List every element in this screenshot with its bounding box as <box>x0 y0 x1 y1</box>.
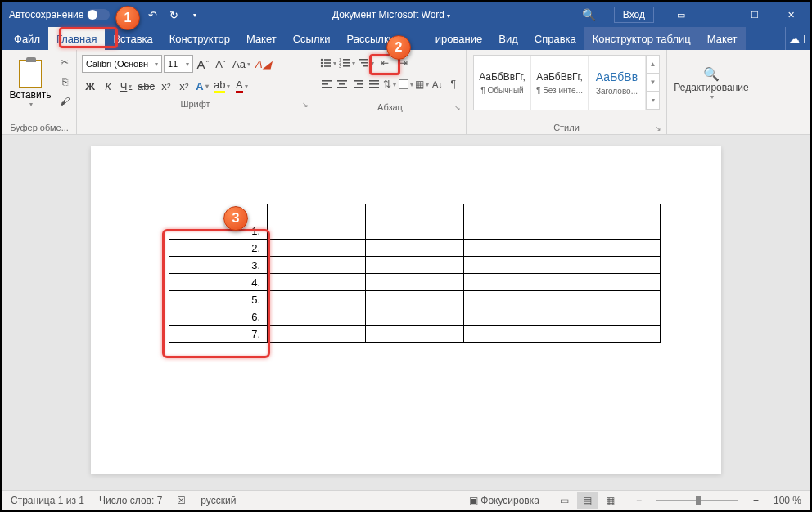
tab-help[interactable]: Справка <box>526 27 584 50</box>
group-styles: АаБбВвГг, ¶ Обычный АаБбВвГг, ¶ Без инте… <box>467 50 667 134</box>
group-font: Calibri (Основн▾ 11▾ A˄ A˅ Aa▾ A◢ Ж К Ч▾… <box>77 50 314 134</box>
shrink-font-icon[interactable]: A˅ <box>213 56 229 72</box>
ribbon-options-icon[interactable]: ▭ <box>662 2 699 27</box>
tab-design[interactable]: Конструктор <box>161 27 238 50</box>
svg-rect-26 <box>369 87 379 88</box>
svg-rect-14 <box>363 65 368 67</box>
group-label-font: Шрифт↘ <box>80 97 310 110</box>
callout-3: 3 <box>223 206 248 231</box>
spellcheck-icon[interactable]: ☒ <box>177 495 186 506</box>
align-left-icon[interactable] <box>319 76 334 92</box>
language-indicator[interactable]: русский <box>201 495 236 506</box>
tab-table-layout[interactable]: Макет <box>699 27 746 50</box>
styles-gallery[interactable]: АаБбВвГг, ¶ Обычный АаБбВвГг, ¶ Без инте… <box>473 55 660 110</box>
style-normal[interactable]: АаБбВвГг, ¶ Обычный <box>474 56 531 110</box>
gallery-up-icon[interactable]: ▲ <box>647 56 659 74</box>
tab-file[interactable]: Файл <box>6 27 48 50</box>
chevron-down-icon: ▾ <box>29 101 33 108</box>
autosave-toggle[interactable]: Автосохранение <box>2 9 116 20</box>
sort-icon[interactable]: A↓ <box>430 76 444 92</box>
bullets-button[interactable]: ▾ <box>319 55 337 71</box>
paste-button[interactable]: Вставить ▾ <box>6 52 55 115</box>
read-mode-icon[interactable]: ▭ <box>554 492 575 509</box>
close-icon[interactable]: ✕ <box>773 2 810 27</box>
table-row: 3. <box>169 257 661 274</box>
format-painter-icon[interactable]: 🖌 <box>56 94 73 109</box>
change-case-button[interactable]: Aa▾ <box>231 56 252 72</box>
qat-dropdown-icon[interactable]: ▾ <box>185 5 205 25</box>
multilevel-button[interactable]: ▾ <box>357 55 375 71</box>
align-center-icon[interactable] <box>335 76 350 92</box>
gallery-down-icon[interactable]: ▼ <box>647 74 659 92</box>
tab-review-partial[interactable]: ирование <box>403 27 490 50</box>
undo-icon[interactable]: ↶ <box>142 5 162 25</box>
tab-table-design[interactable]: Конструктор таблиц <box>584 27 699 50</box>
search-icon[interactable]: 🔍 <box>573 8 606 21</box>
subscript-button[interactable]: x2 <box>158 78 174 94</box>
clear-formatting-icon[interactable]: A◢ <box>254 56 273 72</box>
numbering-button[interactable]: 123▾ <box>338 55 356 71</box>
svg-text:3: 3 <box>339 64 341 69</box>
pilcrow-icon[interactable]: ¶ <box>446 76 461 92</box>
maximize-icon[interactable]: ☐ <box>736 2 773 27</box>
web-layout-icon[interactable]: ▦ <box>600 492 621 509</box>
underline-button[interactable]: Ч▾ <box>118 78 134 94</box>
redo-icon[interactable]: ↻ <box>164 5 183 25</box>
copy-icon[interactable]: ⎘ <box>56 74 73 89</box>
tab-home[interactable]: Главная <box>48 27 105 50</box>
bold-button[interactable]: Ж <box>82 78 98 94</box>
login-button[interactable]: Вход <box>614 7 654 23</box>
cut-icon[interactable]: ✂ <box>56 55 73 70</box>
style-nospacing[interactable]: АаБбВвГг, ¶ Без инте... <box>531 56 589 110</box>
search-icon: 🔍 <box>703 66 720 82</box>
page-indicator[interactable]: Страница 1 из 1 <box>11 495 84 506</box>
launcher-icon[interactable]: ↘ <box>302 101 309 109</box>
autosave-label: Автосохранение <box>9 9 83 20</box>
gallery-more-icon[interactable]: ▾ <box>647 92 659 110</box>
callout-1: 1 <box>115 6 140 30</box>
align-right-icon[interactable] <box>351 76 366 92</box>
font-size-combo[interactable]: 11▾ <box>164 55 193 73</box>
tab-layout[interactable]: Макет <box>238 27 285 50</box>
group-editing: 🔍 Редактирование ▾ <box>667 50 756 134</box>
zoom-level[interactable]: 100 % <box>774 495 801 506</box>
print-layout-icon[interactable]: ▤ <box>577 492 598 509</box>
highlight-button[interactable]: ab▾ <box>212 78 232 94</box>
editing-button[interactable]: 🔍 Редактирование ▾ <box>670 52 752 115</box>
svg-rect-17 <box>322 87 332 88</box>
borders-button[interactable]: ▦▾ <box>414 76 429 92</box>
font-color-button[interactable]: A▾ <box>233 78 250 94</box>
page: 1. 2. 3. 4. 5. 6. 7. <box>91 146 721 474</box>
group-label-paragraph: Абзац↘ <box>318 101 462 114</box>
strike-button[interactable]: abc <box>136 78 156 94</box>
minimize-icon[interactable]: — <box>699 2 736 27</box>
group-paragraph: ▾ 123▾ ▾ ⇤ ⇥ ⇅▾ ▾ ▦▾ A↓ ¶ <box>314 50 467 134</box>
group-label-styles: Стили↘ <box>470 121 663 134</box>
text-effects-button[interactable]: A▾ <box>194 78 210 94</box>
focus-mode[interactable]: ▣ Фокусировка <box>469 495 539 506</box>
grow-font-icon[interactable]: A˄ <box>195 56 211 72</box>
table-row: 6. <box>169 308 661 326</box>
svg-rect-7 <box>343 59 350 61</box>
zoom-in-icon[interactable]: + <box>753 495 759 506</box>
zoom-out-icon[interactable]: − <box>636 495 642 506</box>
tab-insert[interactable]: Вставка <box>105 27 160 50</box>
tab-references[interactable]: Ссылки <box>285 27 339 50</box>
launcher-icon[interactable]: ↘ <box>655 124 661 132</box>
svg-point-4 <box>321 65 323 67</box>
zoom-slider[interactable] <box>656 500 738 501</box>
tab-view[interactable]: Вид <box>490 27 526 50</box>
document-area[interactable]: 1. 2. 3. 4. 5. 6. 7. <box>2 135 810 490</box>
svg-rect-22 <box>357 83 363 85</box>
svg-rect-3 <box>324 62 331 64</box>
font-name-combo[interactable]: Calibri (Основн▾ <box>82 55 162 73</box>
word-count[interactable]: Число слов: 7 <box>99 495 162 506</box>
line-spacing-icon[interactable]: ⇅▾ <box>382 76 397 92</box>
justify-icon[interactable] <box>367 76 381 92</box>
launcher-icon[interactable]: ↘ <box>454 104 461 112</box>
style-heading1[interactable]: АаБбВв Заголово... <box>589 56 646 110</box>
superscript-button[interactable]: x2 <box>176 78 192 94</box>
share-button[interactable]: ☁ Ⅰ <box>785 27 810 50</box>
italic-button[interactable]: К <box>100 78 116 94</box>
shading-button[interactable]: ▾ <box>399 76 413 92</box>
